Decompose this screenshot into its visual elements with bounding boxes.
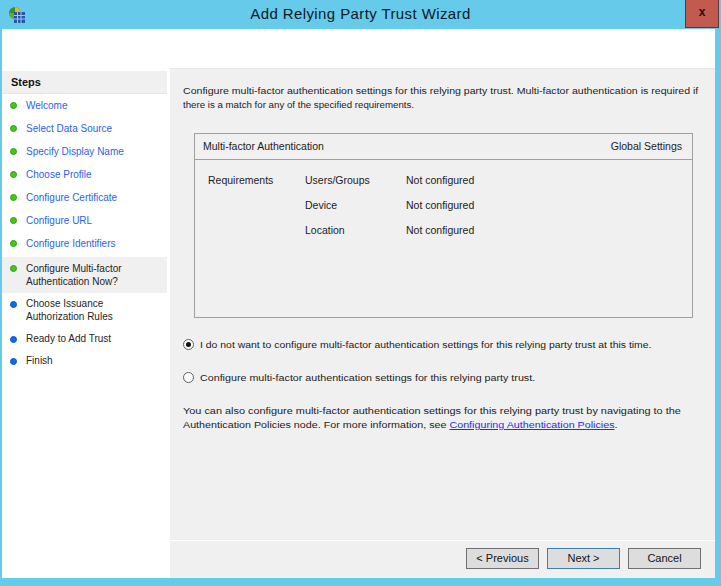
footnote-line2: Authentication Policies node. For more i… <box>183 418 618 432</box>
step-label: Choose Issuance Authorization Rules <box>26 298 113 322</box>
step-label: Configure URL <box>26 215 92 226</box>
mfa-rows: RequirementsUsers/GroupsNot configuredDe… <box>195 168 692 243</box>
step-bullet <box>10 358 17 365</box>
step-item-5[interactable]: Configure Certificate <box>2 186 167 209</box>
step-label: Configure Identifiers <box>26 238 116 249</box>
step-label: Select Data Source <box>26 123 112 134</box>
radio-label: Configure multi-factor authentication se… <box>200 371 535 385</box>
step-bullet <box>10 148 17 155</box>
step-bullet <box>10 265 17 272</box>
close-icon: x <box>699 5 706 19</box>
intro-line2: there is a match for any of the specifie… <box>183 98 414 112</box>
step-bullet <box>10 102 17 109</box>
footnote-line1: You can also configure multi-factor auth… <box>183 404 681 418</box>
step-bullet <box>10 194 17 201</box>
step-label: Configure Multi-factor Authentication No… <box>26 263 122 287</box>
step-bullet <box>10 217 17 224</box>
radio-label: I do not want to configure multi-factor … <box>200 338 651 352</box>
radio-icon[interactable] <box>183 372 194 383</box>
step-item-6[interactable]: Configure URL <box>2 209 167 232</box>
step-bullet <box>10 171 17 178</box>
previous-button[interactable]: < Previous <box>466 548 539 569</box>
step-item-9[interactable]: Choose Issuance Authorization Rules <box>2 293 167 328</box>
mfa-panel-header: Multi-factor Authentication Global Setti… <box>195 134 692 160</box>
mfa-row-3: LocationNot configured <box>195 218 692 243</box>
step-item-4[interactable]: Choose Profile <box>2 163 167 186</box>
mfa-row-2: DeviceNot configured <box>195 193 692 218</box>
cancel-button[interactable]: Cancel <box>628 548 701 569</box>
step-item-10[interactable]: Ready to Add Trust <box>2 328 167 350</box>
intro-text: Configure multi-factor authentication se… <box>183 84 713 112</box>
next-button[interactable]: Next > <box>547 548 620 569</box>
intro-line1: Configure multi-factor authentication se… <box>183 84 698 98</box>
steps-heading: Steps <box>2 71 167 94</box>
close-button[interactable]: x <box>685 0 719 28</box>
step-label: Ready to Add Trust <box>26 333 111 344</box>
configuring-authentication-policies-link[interactable]: Configuring Authentication Policies <box>449 419 614 430</box>
step-label: Welcome <box>26 100 68 111</box>
wizard-dialog: Add Relying Party Trust Wizard x Steps W… <box>0 0 721 586</box>
step-item-7[interactable]: Configure Identifiers <box>2 232 167 255</box>
steps-sidebar: Steps WelcomeSelect Data SourceSpecify D… <box>2 29 170 578</box>
step-label: Specify Display Name <box>26 146 124 157</box>
steps-list: WelcomeSelect Data SourceSpecify Display… <box>2 94 167 372</box>
titlebar: Add Relying Party Trust Wizard x <box>0 0 721 29</box>
step-label: Finish <box>26 355 53 366</box>
mfa-settings-panel: Multi-factor Authentication Global Setti… <box>194 133 693 318</box>
step-label: Configure Certificate <box>26 192 117 203</box>
footnote-text: You can also configure multi-factor auth… <box>183 404 715 432</box>
step-item-2[interactable]: Select Data Source <box>2 117 167 140</box>
mfa-row-1: RequirementsUsers/GroupsNot configured <box>195 168 692 193</box>
step-bullet <box>10 125 17 132</box>
step-bullet <box>10 301 17 308</box>
content-panel: Configure multi-factor authentication se… <box>170 69 715 578</box>
window-title: Add Relying Party Trust Wizard <box>0 0 721 29</box>
step-item-8[interactable]: Configure Multi-factor Authentication No… <box>2 257 167 293</box>
step-item-1[interactable]: Welcome <box>2 94 167 117</box>
step-bullet <box>10 336 17 343</box>
step-label: Choose Profile <box>26 169 92 180</box>
radio-icon[interactable] <box>183 339 194 350</box>
mfa-header-global-settings: Global Settings <box>611 134 682 159</box>
step-item-3[interactable]: Specify Display Name <box>2 140 167 163</box>
step-bullet <box>10 240 17 247</box>
step-item-11[interactable]: Finish <box>2 350 167 372</box>
mfa-header-title: Multi-factor Authentication <box>203 134 324 159</box>
